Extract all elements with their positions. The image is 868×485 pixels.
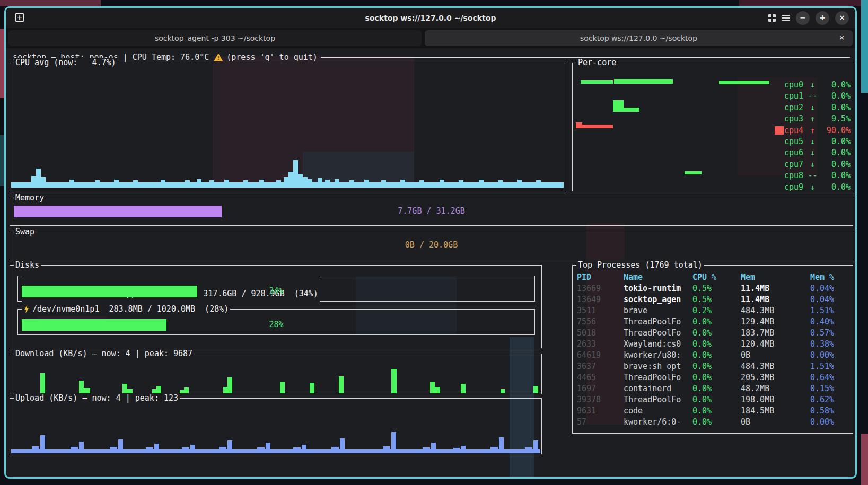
process-mem-pct: 0.58% <box>810 405 851 417</box>
process-name: ThreadPoolFo <box>624 394 692 405</box>
download-bar <box>180 390 184 393</box>
process-row: 7556ThreadPoolFo0.0%129.4MB0.40% <box>577 316 851 328</box>
upload-bar <box>266 443 270 453</box>
cpu-spike <box>95 180 100 188</box>
process-pid: 13649 <box>577 294 624 305</box>
upload-bar <box>431 443 436 453</box>
process-pid: 13669 <box>577 283 624 294</box>
process-mem-pct: 1.51% <box>810 361 851 372</box>
panel-title: Disks <box>14 260 41 270</box>
upload-bar <box>533 440 538 453</box>
download-bar <box>391 369 397 393</box>
cpu-spike <box>185 180 190 188</box>
download-bar <box>501 389 505 393</box>
minimize-button[interactable]: − <box>796 11 810 25</box>
process-row: 57kworker/6:0-0.0%0B0.00% <box>577 417 851 428</box>
process-mem: 48.2MB <box>741 383 810 394</box>
download-bar <box>127 389 133 393</box>
upload-bar <box>227 440 232 453</box>
cpu-spike <box>298 174 303 188</box>
process-mem-pct: 0.15% <box>810 383 851 394</box>
close-button[interactable]: × <box>835 11 849 25</box>
process-cpu: 0.0% <box>692 405 741 417</box>
core-name: cpu3 <box>784 114 805 124</box>
cpu-spike <box>303 177 308 188</box>
wallpaper-accent <box>861 0 868 93</box>
download-bar <box>184 387 189 393</box>
workspaces-grid-icon[interactable] <box>768 14 776 22</box>
process-mem: 484.3MB <box>741 305 810 316</box>
process-row: 13649socktop_agen0.5%11.4MB0.04% <box>577 294 851 305</box>
core-row: cpu7↓0.0% <box>784 159 851 170</box>
terminal-screen[interactable]: socktop — host: pop-os | CPU Temp: 76.0°… <box>6 48 855 477</box>
process-mem: 11.4MB <box>741 283 810 294</box>
upload-bar <box>219 447 226 453</box>
upload-bar <box>293 447 301 453</box>
cpu-spike <box>459 180 463 188</box>
upload-bar <box>257 447 265 453</box>
process-name: code <box>624 405 692 417</box>
wallpaper-accent <box>0 135 4 186</box>
process-row: 13669tokio-runtim0.5%11.4MB0.04% <box>577 283 851 294</box>
download-bar <box>84 388 90 393</box>
tab-bar: socktop_agent -p 303 ~/socktop socktop w… <box>6 28 855 48</box>
process-cpu: 0.0% <box>692 372 741 383</box>
tab-socktop[interactable]: socktop ws://127.0.0 ~/socktop × <box>425 30 853 46</box>
core-row: cpu8--0.0% <box>784 170 851 181</box>
warning-icon: ! <box>214 54 223 61</box>
download-bar <box>310 383 314 393</box>
download-bar <box>280 382 285 393</box>
cpu-spike <box>41 177 46 188</box>
cpu-spike <box>498 180 503 188</box>
process-cpu: 0.0% <box>692 417 741 428</box>
upload-bar <box>118 439 123 453</box>
process-pid: 39378 <box>577 394 624 405</box>
core-name: cpu0 <box>784 80 805 90</box>
cpu-spike <box>209 180 214 188</box>
core-usage-value: 0.0% <box>820 80 851 90</box>
process-name: containerd <box>624 383 692 394</box>
menu-icon[interactable] <box>782 15 790 21</box>
core-name: cpu7 <box>784 160 805 169</box>
process-pid: 3511 <box>577 305 624 316</box>
cpu-spike <box>325 180 330 188</box>
process-pid: 5018 <box>577 328 624 339</box>
process-mem-pct: 0.38% <box>810 339 851 350</box>
core-trend-icon: ↓ <box>805 148 820 157</box>
download-bar <box>40 373 45 393</box>
tab-socktop-agent[interactable]: socktop_agent -p 303 ~/socktop <box>8 30 422 46</box>
core-name: cpu4 <box>784 126 805 135</box>
process-row: 1697containerd0.0%48.2MB0.15% <box>577 383 851 394</box>
cpu-spike <box>36 169 41 188</box>
process-cpu: 0.0% <box>692 339 741 350</box>
maximize-button[interactable]: + <box>816 11 829 25</box>
process-pid: 4465 <box>577 372 624 383</box>
cpu-spike <box>114 180 119 188</box>
download-bar <box>152 389 156 393</box>
download-bar <box>533 386 538 393</box>
tab-label: socktop ws://127.0.0 ~/socktop <box>580 34 697 42</box>
upload-bar <box>490 447 498 453</box>
new-tab-button[interactable]: + <box>15 13 24 22</box>
process-pid: 57 <box>577 417 624 428</box>
disks-panel: Disks /dev/mapper/data-root 317.6GB / 92… <box>10 265 542 348</box>
col-mempct: Mem % <box>810 272 851 283</box>
upload-bar <box>391 432 396 453</box>
core-trend-icon: ↓ <box>805 182 820 192</box>
panel-title: Top Processes (1769 total) <box>576 260 704 270</box>
tab-close-icon[interactable]: × <box>839 33 845 41</box>
process-row: 9631code0.0%184.5MB0.58% <box>577 405 851 417</box>
core-trend-icon: ↑ <box>805 126 820 135</box>
upload-bar <box>182 447 189 453</box>
core-name: cpu9 <box>784 182 805 192</box>
cpu-spike <box>276 180 281 188</box>
core-usage-value: 0.0% <box>820 160 851 169</box>
col-mem: Mem <box>741 272 810 283</box>
upload-bar <box>146 447 153 453</box>
process-row: 5018ThreadPoolFo0.0%183.7MB0.57% <box>577 328 851 339</box>
download-bar <box>122 384 127 393</box>
process-cpu: 0.0% <box>692 328 741 339</box>
download-history-chart <box>10 354 541 394</box>
core-trend-icon: ↓ <box>805 160 820 169</box>
cpu-spike <box>364 180 369 188</box>
